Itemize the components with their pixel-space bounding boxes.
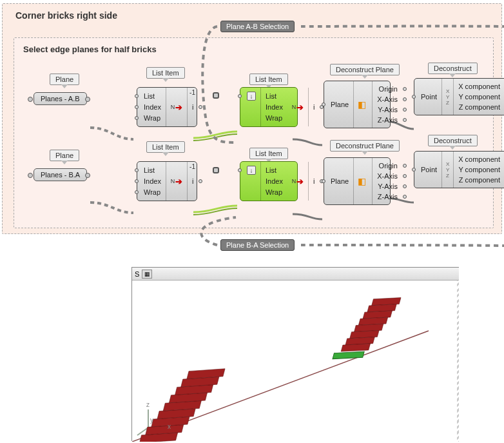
relay-1[interactable] <box>213 92 219 99</box>
viewport-canvas[interactable]: z x y <box>132 281 459 442</box>
label-decon-pt-2: Deconstruct <box>428 135 478 150</box>
relay-2[interactable] <box>213 167 219 173</box>
component-list-item-2[interactable]: -1 List Index Wrap ➔ i <box>137 161 197 201</box>
svg-rect-12 <box>187 369 225 379</box>
pill-plane-ab[interactable]: Plane A-B Selection <box>220 21 295 32</box>
label-list-item-g1: List Item <box>249 74 288 88</box>
list-item-icon: ➔ <box>170 102 183 112</box>
arrow-down-icon: ↓ <box>247 166 256 175</box>
plane-icon <box>358 176 368 186</box>
viewport-mode-button[interactable]: ▦ <box>142 270 152 279</box>
group-inner-title: Select edge planes for half bricks <box>23 44 157 54</box>
label-decon-pt-1: Deconstruct <box>428 63 478 77</box>
group-outer-title: Corner bricks right side <box>15 10 117 21</box>
svg-rect-9 <box>169 393 207 403</box>
viewport-title: S <box>135 270 139 278</box>
svg-rect-10 <box>175 385 213 395</box>
label-decon-plane-2: Deconstruct Plane <box>330 140 400 155</box>
svg-rect-21 <box>333 351 364 359</box>
list-item-icon: ➔ <box>291 102 304 112</box>
viewport-titlebar: S ▦ <box>132 268 459 281</box>
group-inner: Select edge planes for half bricks Plane… <box>14 37 494 228</box>
svg-rect-11 <box>181 377 219 387</box>
list-item-icon: ➔ <box>170 176 183 186</box>
component-list-item-1[interactable]: -1 List Index Wrap ➔ i <box>137 87 197 127</box>
axis-z-label: z <box>146 401 150 408</box>
component-list-item-green-2[interactable]: ↓ . . List Index Wrap ➔ i <box>240 161 298 201</box>
param-planes-ab[interactable]: Planes - A.B <box>34 92 87 105</box>
plane-icon <box>358 99 368 110</box>
param-planes-ba[interactable]: Planes - B.A <box>34 168 87 181</box>
viewport-resize-edge[interactable] <box>457 281 459 442</box>
component-deconstruct-1[interactable]: Point X Y Z X component Y component Z co… <box>414 78 504 115</box>
group-outer: Corner bricks right side Select edge pla… <box>2 3 502 234</box>
axis-x-label: x <box>168 423 171 430</box>
component-deconstruct-plane-1[interactable]: Plane Origin X-Axis Y-Axis Z-Axis <box>324 81 391 128</box>
xyz-icon: X Y Z <box>446 161 449 179</box>
viewport-3d[interactable]: S ▦ <box>131 267 459 441</box>
arrow-down-icon: ↓ <box>247 92 256 101</box>
component-list-item-green-1[interactable]: ↓ . . List Index Wrap ➔ i <box>240 87 298 127</box>
svg-rect-5 <box>146 425 184 435</box>
component-deconstruct-2[interactable]: Point X Y Z X component Y component Z co… <box>414 151 504 188</box>
label-list-item-2: List Item <box>146 141 185 156</box>
label-plane-ab: Plane <box>50 74 79 88</box>
xyz-icon: X Y Z <box>446 88 449 106</box>
brick-stack-right <box>333 298 401 359</box>
pill-plane-ba[interactable]: Plane B-A Selection <box>220 239 295 251</box>
svg-rect-8 <box>163 400 201 411</box>
svg-rect-7 <box>157 409 195 419</box>
label-plane-ba: Plane <box>50 150 79 164</box>
label-list-item-g2: List Item <box>249 148 288 162</box>
brick-stack-left <box>140 369 226 442</box>
label-decon-plane-1: Deconstruct Plane <box>330 64 400 79</box>
list-item-icon: ➔ <box>291 176 304 186</box>
component-deconstruct-plane-2[interactable]: Plane Origin X-Axis Y-Axis Z-Axis <box>324 157 391 205</box>
label-list-item-1: List Item <box>146 67 185 82</box>
svg-rect-20 <box>341 344 370 351</box>
axis-y-label: y <box>150 417 153 424</box>
